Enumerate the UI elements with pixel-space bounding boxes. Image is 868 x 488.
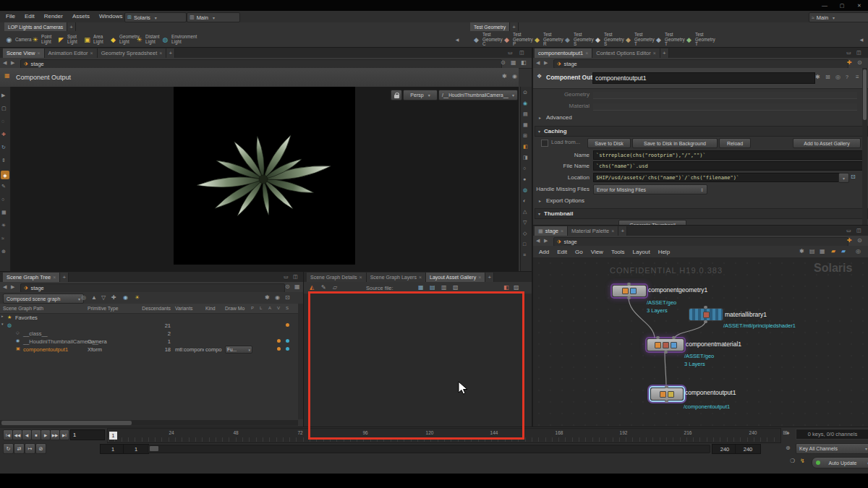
pane-maximize-icon[interactable]: ▭	[846, 228, 851, 233]
close-tab-icon[interactable]: ×	[37, 51, 40, 56]
path-field[interactable]: ⬗ stage	[553, 59, 848, 69]
playback-range-slider[interactable]	[148, 445, 710, 453]
node-input-stub[interactable]	[656, 336, 660, 339]
pingpong-mode-button[interactable]: ⇄	[14, 443, 25, 454]
minimize-button[interactable]: —	[816, 0, 833, 11]
path-field[interactable]: ⬗ stage	[20, 283, 285, 293]
radial-menu-icon[interactable]: ⊕	[1, 249, 6, 254]
close-tab-icon[interactable]: ×	[653, 51, 656, 56]
range-slider-handle[interactable]	[150, 446, 158, 451]
shelf-add-tab-button[interactable]: +	[67, 22, 76, 31]
wave-tool-icon[interactable]: ≈	[1, 236, 4, 241]
close-tab-icon[interactable]: ×	[359, 275, 362, 280]
close-tab-icon[interactable]: ×	[561, 228, 563, 234]
shelf-add-tab-button-2[interactable]: +	[510, 22, 519, 31]
desktop-selector[interactable]: ⊞ Solaris ▾	[124, 12, 187, 22]
node-componentoutput1[interactable]	[650, 388, 684, 401]
tree-vscrollbar[interactable]	[298, 304, 304, 419]
lasso-tool-icon[interactable]: ◌	[1, 119, 4, 124]
back-arrow-icon[interactable]: ◀	[3, 60, 7, 66]
snap-tool-icon[interactable]: ○	[1, 197, 4, 202]
search-icon[interactable]: ◎	[835, 74, 841, 80]
close-tab-icon[interactable]: ×	[419, 275, 422, 280]
collapse-arrow-icon[interactable]: ▾	[1, 322, 4, 326]
flame-icon[interactable]: ◭	[310, 285, 314, 291]
menu-windows[interactable]: Windows	[99, 13, 122, 20]
node-name-field[interactable]: componentoutput1	[592, 72, 815, 84]
hatch-icon[interactable]: ▨	[514, 285, 519, 291]
handle-missing-files-dropdown[interactable]: Error for Missing Files⇕	[593, 184, 707, 194]
shelf-scroll-left-icon[interactable]: ◀	[454, 35, 461, 44]
network-canvas[interactable]: CONFIDENTIAL H19.0.383 Solaris component…	[533, 257, 868, 427]
forward-arrow-icon[interactable]: ▶	[11, 60, 14, 66]
display-circle-icon[interactable]: ○	[523, 166, 526, 171]
forward-arrow-icon[interactable]: ▶	[544, 60, 548, 66]
visibility-dot[interactable]	[286, 323, 289, 327]
add-tab-button[interactable]: +	[485, 273, 494, 282]
current-frame-field[interactable]: 1	[70, 429, 105, 440]
advanced-section-label[interactable]: Advanced	[546, 114, 572, 121]
network-menu-tools[interactable]: Tools	[611, 249, 625, 255]
location-menu-button[interactable]: ▾	[838, 173, 849, 183]
shelf-tool-test-geo-3[interactable]: ◆Test Geometry R	[532, 33, 561, 47]
display-grid-icon[interactable]: ▦	[523, 122, 528, 127]
menu-assets[interactable]: Assets	[72, 13, 90, 20]
col-flag-a[interactable]: A	[268, 306, 271, 310]
brush-icon[interactable]: ▱	[333, 285, 337, 291]
message-log-icon[interactable]: ❍	[790, 458, 795, 464]
add-tab-button[interactable]: +	[618, 226, 627, 236]
key-icon[interactable]: ✦	[786, 431, 791, 437]
node-componentmaterial1[interactable]	[647, 338, 684, 351]
box-select-tool-icon[interactable]: ▢	[1, 106, 7, 111]
tree-row-class[interactable]: ◇ __class__ 2	[0, 329, 298, 337]
file-name-input[interactable]: `chs("name")`.usd	[593, 161, 864, 171]
network-menu-view[interactable]: View	[591, 249, 603, 255]
col-draw-mode[interactable]: Draw Mo	[225, 306, 244, 311]
node-output-stub[interactable]	[665, 400, 668, 403]
range-start-field[interactable]: 1	[100, 444, 126, 454]
col-flag-s[interactable]: S	[286, 306, 289, 310]
rows-view-icon[interactable]: ▥	[441, 285, 447, 291]
close-tab-icon[interactable]: ×	[53, 275, 56, 280]
tab-layout-asset-gallery[interactable]: Layout Asset Gallery×	[426, 273, 485, 282]
add-to-asset-gallery-button[interactable]: Add to Asset Gallery	[793, 138, 861, 148]
tree-hscrollbar[interactable]	[0, 420, 298, 426]
back-arrow-icon[interactable]: ◀	[3, 284, 7, 290]
edit-tool-icon[interactable]: ✎	[1, 184, 6, 189]
col-flag-v[interactable]: V	[277, 306, 280, 310]
network-menu-help[interactable]: Help	[658, 249, 670, 255]
options-icon[interactable]: ⊡	[285, 295, 290, 301]
close-tab-icon[interactable]: ×	[585, 51, 588, 56]
jump-start-button[interactable]: I◀	[3, 429, 13, 440]
columns-view-icon[interactable]: ▧	[453, 285, 459, 291]
file-chooser-icon[interactable]: ⊡	[851, 174, 856, 180]
shield-icon[interactable]: ▽	[101, 295, 106, 301]
tree-row-root[interactable]: ▾ ◍ 21	[0, 321, 298, 329]
display-square-icon[interactable]: □	[523, 241, 526, 247]
menu-file[interactable]: File	[6, 13, 15, 20]
shelf-tool-test-geo-7[interactable]: ◆Test Geometry T	[654, 33, 683, 47]
col-flag-p[interactable]: P	[251, 306, 254, 310]
visibility-dot[interactable]	[277, 339, 281, 343]
node-materiallibrary1[interactable]	[689, 308, 723, 321]
display-moon-icon[interactable]: ◐	[523, 198, 526, 203]
display-down-icon[interactable]: ▽	[523, 220, 527, 225]
scale-tool-icon[interactable]: ⇕	[1, 158, 6, 163]
collapse-arrow-icon[interactable]: ▸	[539, 199, 541, 203]
tab-scene-graph-tree[interactable]: Scene Graph Tree×	[3, 273, 60, 282]
pane-layout-icon[interactable]: ◫	[856, 50, 861, 55]
network-menu-add[interactable]: Add	[539, 249, 549, 255]
save-to-disk-background-button[interactable]: Save to Disk in Background	[632, 138, 718, 148]
shelf-tool-test-geo-2[interactable]: ◆Test Geometry P	[502, 33, 531, 47]
display-list-icon[interactable]: ▤	[523, 111, 528, 116]
once-mode-button[interactable]: ↦	[25, 443, 35, 454]
shelf-tool-test-geo-8[interactable]: ◆Test Geometry T	[684, 33, 713, 47]
shelf-tool-camera[interactable]: ◉Camera	[4, 35, 29, 45]
display-diamond-icon[interactable]: ◇	[523, 231, 527, 236]
pane-layout-icon[interactable]: ◫	[856, 228, 861, 233]
shelf-tool-test-geo-4[interactable]: ◆Test Geometry S	[563, 33, 592, 47]
pin-icon[interactable]: ⊙	[285, 284, 290, 290]
stop-button[interactable]: ■	[31, 429, 41, 440]
shelf-tool-test-geo-1[interactable]: ◆Test Geometry C	[472, 33, 501, 47]
node-componentgeometry1[interactable]	[612, 285, 647, 297]
